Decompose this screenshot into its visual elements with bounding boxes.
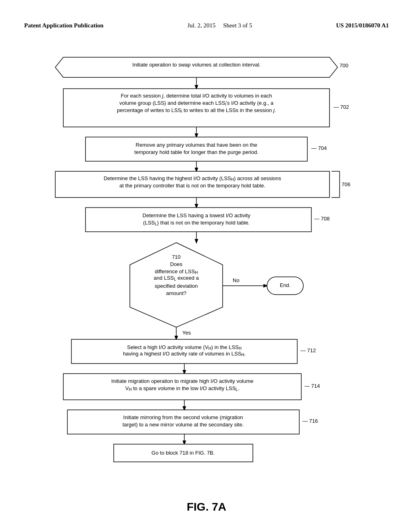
svg-text:706: 706: [342, 181, 350, 187]
node-712: Select a high I/O activity volume (VH) i…: [71, 339, 316, 364]
header-publication-label: Patent Application Publication: [24, 22, 104, 29]
flowchart-container: Initiate operation to swap volumes at co…: [33, 45, 380, 497]
node-706: Determine the LSS having the highest I/O…: [55, 171, 350, 197]
node-708: Determine the LSS having a lowest I/O ac…: [86, 208, 330, 232]
header-date-sheet: Jul. 2, 2015 Sheet 3 of 5: [187, 22, 252, 29]
node-700: Initiate operation to swap volumes at co…: [55, 57, 348, 77]
node-714: Initiate migration operation to migrate …: [63, 374, 320, 400]
node-718: Go to block 718 in FIG. 7B.: [114, 444, 253, 462]
svg-text:— 708: — 708: [314, 216, 330, 222]
svg-text:Initiate migration operation t: Initiate migration operation to migrate …: [111, 378, 254, 384]
node-704: Remove any primary volumes that have bee…: [86, 137, 327, 161]
svg-text:Determine the LSS having the h: Determine the LSS having the highest I/O…: [104, 175, 282, 182]
node-716: Initiate mirroring from the second volum…: [67, 410, 318, 434]
svg-text:difference of LSSH: difference of LSSH: [155, 268, 198, 275]
svg-text:No: No: [233, 277, 240, 283]
flowchart-svg: Initiate operation to swap volumes at co…: [33, 45, 380, 497]
page: Patent Application Publication Jul. 2, 2…: [0, 0, 413, 532]
svg-text:temporary hold table for longe: temporary hold table for longer than the…: [134, 149, 259, 155]
svg-text:Determine the LSS having a low: Determine the LSS having a lowest I/O ac…: [142, 212, 250, 218]
svg-text:having a highest I/O activity : having a highest I/O activity rate of vo…: [123, 351, 246, 357]
svg-text:— 704: — 704: [311, 145, 327, 151]
svg-text:— 714: — 714: [305, 383, 320, 389]
svg-text:and LSSL exceed a: and LSSL exceed a: [154, 275, 199, 281]
page-header: Patent Application Publication Jul. 2, 2…: [0, 0, 413, 37]
svg-text:VH  to a spare volume in the l: VH to a spare volume in the low I/O acti…: [125, 385, 239, 392]
svg-text:Initiate mirroring from the se: Initiate mirroring from the second volum…: [123, 414, 243, 420]
svg-text:Yes: Yes: [182, 330, 191, 336]
svg-text:Select a high I/O activity vol: Select a high I/O activity volume (VH) i…: [127, 344, 242, 351]
figure-label: FIG. 7A: [0, 501, 413, 513]
svg-text:For each session j, determine : For each session j, determine total I/O …: [121, 93, 272, 99]
svg-text:Does: Does: [170, 261, 183, 267]
svg-text:End.: End.: [280, 282, 291, 288]
node-702: For each session j, determine total I/O …: [63, 89, 349, 127]
svg-text:700: 700: [340, 62, 348, 69]
svg-text:volume group (LSS) and determi: volume group (LSS) and determine each LS…: [119, 100, 274, 106]
svg-text:— 712: — 712: [300, 347, 316, 353]
node-end: End.: [267, 277, 303, 295]
svg-text:at the primary controller that: at the primary controller that is not on…: [119, 183, 265, 189]
svg-text:specified deviation: specified deviation: [155, 283, 198, 289]
svg-text:Remove any primary volumes tha: Remove any primary volumes that have bee…: [136, 142, 257, 148]
svg-text:— 702: — 702: [334, 104, 349, 110]
svg-text:(LSSL) that is not on the temp: (LSSL) that is not on the temporary hold…: [143, 220, 250, 226]
svg-text:— 716: — 716: [302, 418, 318, 424]
header-sheet: Sheet 3 of 5: [223, 22, 252, 29]
node-710: 710 Does difference of LSSH and LSSL exc…: [130, 243, 223, 327]
svg-text:amount?: amount?: [166, 290, 187, 296]
svg-text:Initiate operation to swap vol: Initiate operation to swap volumes at co…: [132, 62, 261, 68]
svg-text:target) to a new mirror volume: target) to a new mirror volume at the se…: [123, 422, 244, 428]
svg-text:710: 710: [172, 254, 181, 260]
header-date: Jul. 2, 2015: [187, 22, 215, 29]
svg-text:percentage of writes to LSSi  : percentage of writes to LSSi to writes t…: [117, 107, 276, 114]
header-patent-number: US 2015/0186070 A1: [336, 22, 389, 29]
svg-text:Go to block 718 in FIG. 7B.: Go to block 718 in FIG. 7B.: [152, 450, 215, 456]
